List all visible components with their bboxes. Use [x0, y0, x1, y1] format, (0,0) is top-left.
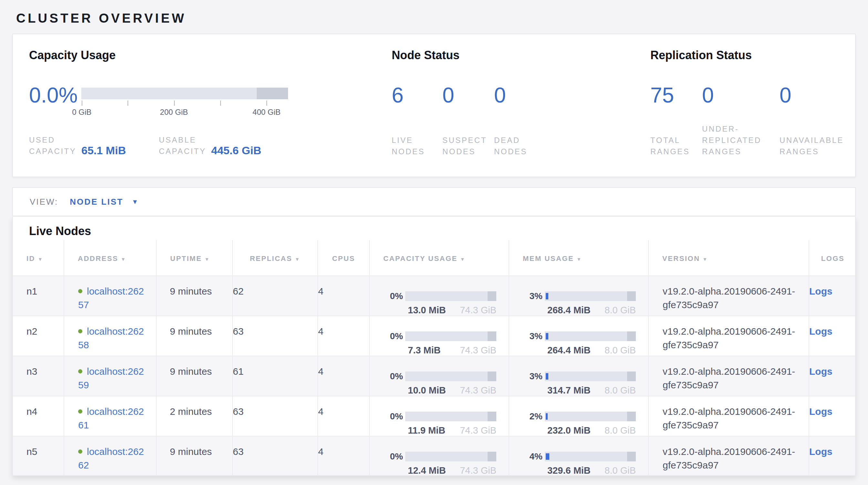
mem-used-value: 268.4 MiB — [545, 305, 591, 316]
mem-used-value: 264.4 MiB — [545, 345, 591, 356]
node-cpus-cell: 4 — [318, 436, 369, 476]
node-mem-usage-cell: 3% 264.4 MiB 8.0 GiB — [509, 316, 648, 356]
replication-status-heading: Replication Status — [650, 49, 855, 63]
node-uptime-cell: 9 minutes — [156, 436, 232, 476]
logs-link[interactable]: Logs — [809, 406, 833, 417]
mem-used-value: 329.6 MiB — [545, 465, 591, 476]
node-replicas-cell: 62 — [232, 276, 318, 316]
column-header-id[interactable]: ID▼ — [13, 240, 64, 276]
axis-tick — [220, 101, 221, 106]
node-logs-cell: Logs — [809, 436, 856, 476]
node-id-cell: n1 — [13, 276, 64, 316]
mem-usage-bar — [545, 452, 636, 461]
node-version-cell: v19.2.0-alpha.20190606-2491-gfe735c9a97 — [648, 316, 809, 356]
axis-tick-label: 0 GiB — [72, 108, 91, 117]
node-replicas-cell: 61 — [232, 356, 318, 396]
table-row: n3 localhost:26259 9 minutes 61 4 0% 10.… — [13, 356, 856, 396]
logs-link[interactable]: Logs — [809, 446, 833, 457]
capacity-reserved-segment — [257, 88, 288, 99]
mem-fill-segment — [546, 413, 548, 420]
column-header-cpus: CPUS — [318, 240, 369, 276]
column-header-address[interactable]: ADDRESS▼ — [64, 240, 156, 276]
node-id-cell: n3 — [13, 356, 64, 396]
column-header-version[interactable]: VERSION▼ — [648, 240, 809, 276]
column-header-replicas[interactable]: REPLICAS▼ — [232, 240, 318, 276]
capacity-percent-label: 0% — [370, 411, 403, 422]
capacity-axis-labels: 0 GiB200 GiB400 GiB — [82, 108, 288, 117]
logs-link[interactable]: Logs — [809, 326, 833, 337]
mem-fill-segment — [546, 293, 548, 299]
total-ranges-label: TOTAL RANGES — [650, 135, 694, 157]
mem-fill-segment — [546, 373, 548, 379]
node-logs-cell: Logs — [809, 316, 856, 356]
capacity-reserved-segment — [488, 452, 496, 461]
mem-fill-segment — [546, 453, 549, 460]
mem-usage-bar — [545, 411, 636, 421]
mem-reserved-segment — [627, 452, 636, 461]
node-logs-cell: Logs — [809, 396, 856, 436]
node-address-link[interactable]: localhost:26261 — [78, 405, 147, 432]
usable-capacity-stat: USABLE CAPACITY 445.6 GiB — [159, 134, 261, 157]
node-address-link[interactable]: localhost:26258 — [78, 325, 147, 352]
under-replicated-ranges-count: 0 — [702, 84, 779, 106]
capacity-total-value: 74.3 GiB — [460, 305, 496, 316]
capacity-usage-bar — [405, 332, 496, 341]
mem-reserved-segment — [627, 411, 636, 421]
mem-percent-label: 3% — [509, 291, 542, 301]
sort-caret-icon: ▼ — [205, 256, 210, 262]
dead-nodes-label: DEAD NODES — [494, 135, 538, 157]
table-row: n4 localhost:26261 2 minutes 63 4 0% 11.… — [13, 396, 856, 436]
live-nodes-heading: Live Nodes — [13, 217, 855, 240]
sort-caret-icon: ▼ — [38, 256, 43, 262]
view-label: VIEW: — [30, 197, 58, 207]
suspect-nodes-count: 0 — [442, 84, 494, 106]
node-address-cell: localhost:26258 — [64, 316, 156, 356]
logs-link[interactable]: Logs — [809, 366, 833, 377]
logs-link[interactable]: Logs — [809, 286, 833, 296]
capacity-total-value: 74.3 GiB — [460, 385, 496, 396]
column-header-memory[interactable]: MEM USAGE▼ — [509, 240, 648, 276]
node-replicas-cell: 63 — [232, 396, 318, 436]
mem-usage-bar — [545, 332, 636, 341]
view-selector-bar: VIEW: NODE LIST ▼ — [12, 187, 856, 216]
node-address-cell: localhost:26262 — [64, 436, 156, 476]
node-address-link[interactable]: localhost:26257 — [78, 285, 147, 312]
capacity-percent-label: 0% — [370, 451, 403, 462]
capacity-usage-bar — [82, 88, 288, 99]
node-address-link[interactable]: localhost:26262 — [78, 445, 147, 472]
capacity-axis-ticks — [82, 101, 288, 106]
live-nodes-table: ID▼ADDRESS▼UPTIME▼REPLICAS▼CPUSCAPACITY … — [13, 240, 856, 476]
capacity-used-value: 12.4 MiB — [405, 465, 446, 476]
live-nodes-count: 6 — [392, 84, 442, 106]
mem-percent-label: 3% — [509, 371, 542, 381]
table-row: n2 localhost:26258 9 minutes 63 4 0% 7.3… — [13, 316, 856, 356]
node-address-link[interactable]: localhost:26259 — [78, 365, 147, 392]
capacity-usage-section: Capacity Usage 0.0% 0 GiB200 GiB400 GiB … — [29, 49, 392, 176]
node-version-cell: v19.2.0-alpha.20190606-2491-gfe735c9a97 — [648, 436, 809, 476]
node-uptime-cell: 9 minutes — [156, 356, 232, 396]
view-dropdown[interactable]: NODE LIST ▼ — [70, 197, 138, 207]
node-capacity-usage-cell: 0% 12.4 MiB 74.3 GiB — [369, 436, 509, 476]
node-uptime-cell: 9 minutes — [156, 316, 232, 356]
column-header-uptime[interactable]: UPTIME▼ — [156, 240, 232, 276]
chevron-down-icon: ▼ — [132, 198, 138, 206]
capacity-usage-bar — [405, 291, 496, 301]
column-header-logs: LOGS — [809, 240, 856, 276]
mem-total-value: 8.0 GiB — [604, 385, 636, 396]
node-mem-usage-cell: 2% 232.0 MiB 8.0 GiB — [509, 396, 648, 436]
mem-usage-bar — [545, 291, 636, 301]
capacity-reserved-segment — [488, 372, 496, 381]
node-capacity-usage-cell: 0% 13.0 MiB 74.3 GiB — [369, 276, 509, 316]
unavailable-ranges-label: UNAVAILABLE RANGES — [779, 135, 846, 157]
node-live-status-icon — [78, 289, 82, 293]
node-address-cell: localhost:26257 — [64, 276, 156, 316]
under-replicated-ranges-label: UNDER-REPLICATED RANGES — [702, 123, 767, 157]
column-header-capacity[interactable]: CAPACITY USAGE▼ — [369, 240, 509, 276]
capacity-usage-chart: 0 GiB200 GiB400 GiB — [82, 84, 288, 117]
mem-used-value: 314.7 MiB — [545, 385, 591, 396]
node-status-heading: Node Status — [392, 49, 650, 63]
view-dropdown-value[interactable]: NODE LIST — [70, 197, 123, 207]
mem-usage-bar — [545, 372, 636, 381]
capacity-reserved-segment — [488, 411, 496, 421]
cluster-overview-page: CLUSTER OVERVIEW Capacity Usage 0.0% 0 G… — [0, 0, 868, 476]
